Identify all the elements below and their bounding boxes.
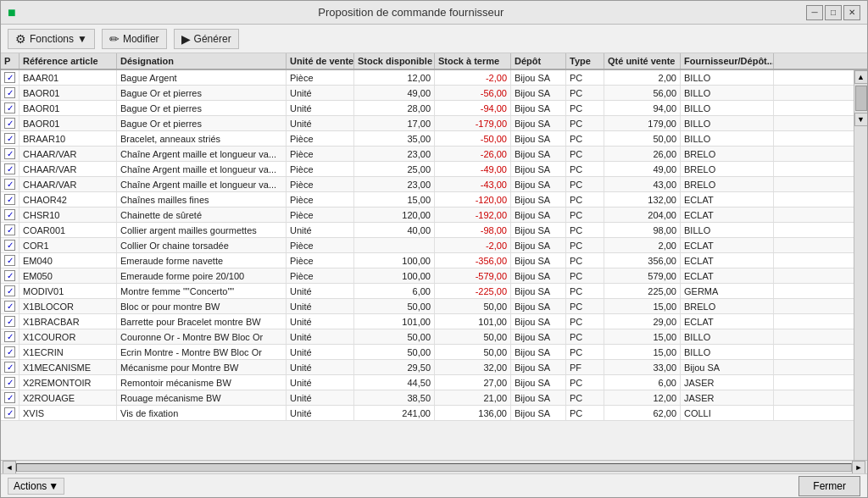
checkbox-2[interactable] bbox=[4, 102, 15, 113]
cell-check-1[interactable] bbox=[1, 86, 19, 100]
scroll-left-button[interactable]: ◄ bbox=[3, 461, 16, 474]
checkbox-3[interactable] bbox=[4, 118, 15, 129]
col-header-fourn[interactable]: Fournisseur/Dépôt... bbox=[681, 53, 774, 69]
table-row[interactable]: X2REMONTOIR Remontoir mécanisme BW Unité… bbox=[1, 375, 854, 390]
checkbox-15[interactable] bbox=[4, 301, 15, 312]
table-row[interactable]: XVIS Vis de fixation Unité 241,00 136,00… bbox=[1, 406, 854, 421]
col-header-type[interactable]: Type bbox=[566, 53, 604, 69]
cell-check-21[interactable] bbox=[1, 390, 19, 405]
generer-button[interactable]: ▶ Générer bbox=[174, 29, 239, 49]
cell-check-15[interactable] bbox=[1, 299, 19, 313]
close-main-button[interactable]: Fermer bbox=[798, 476, 860, 496]
table-row[interactable]: BAOR01 Bague Or et pierres Unité 28,00 -… bbox=[1, 101, 854, 116]
col-header-depot[interactable]: Dépôt bbox=[511, 53, 566, 69]
checkbox-9[interactable] bbox=[4, 209, 15, 220]
table-row[interactable]: X1COUROR Couronne Or - Montre BW Bloc Or… bbox=[1, 329, 854, 345]
table-row[interactable]: CHAAR/VAR Chaîne Argent maille et longue… bbox=[1, 177, 854, 192]
horizontal-scrollbar[interactable]: ◄ ► bbox=[1, 460, 867, 473]
cell-check-19[interactable] bbox=[1, 360, 19, 374]
checkbox-17[interactable] bbox=[4, 331, 15, 342]
vertical-scrollbar[interactable]: ▲ ▼ bbox=[854, 70, 867, 460]
checkbox-16[interactable] bbox=[4, 316, 15, 327]
checkbox-4[interactable] bbox=[4, 133, 15, 144]
cell-check-22[interactable] bbox=[1, 406, 19, 420]
col-header-design[interactable]: Désignation bbox=[117, 53, 287, 69]
table-row[interactable]: COAR001 Collier argent mailles gourmette… bbox=[1, 223, 854, 238]
table-row[interactable]: X2ROUAGE Rouage mécanisme BW Unité 38,50… bbox=[1, 390, 854, 406]
close-button[interactable]: ✕ bbox=[843, 5, 860, 20]
checkbox-5[interactable] bbox=[4, 148, 15, 159]
checkbox-11[interactable] bbox=[4, 240, 15, 251]
checkbox-0[interactable] bbox=[4, 72, 15, 83]
table-scroll[interactable]: BAAR01 Bague Argent Pièce 12,00 -2,00 Bi… bbox=[1, 70, 854, 460]
checkbox-22[interactable] bbox=[4, 407, 15, 418]
fonctions-button[interactable]: ⚙ Fonctions ▼ bbox=[8, 29, 95, 49]
checkbox-14[interactable] bbox=[4, 285, 15, 296]
cell-check-3[interactable] bbox=[1, 116, 19, 130]
checkbox-8[interactable] bbox=[4, 194, 15, 205]
cell-check-20[interactable] bbox=[1, 375, 19, 390]
cell-check-10[interactable] bbox=[1, 223, 19, 237]
checkbox-20[interactable] bbox=[4, 377, 15, 388]
modifier-button[interactable]: ✏ Modifier bbox=[102, 29, 167, 49]
cell-check-6[interactable] bbox=[1, 162, 19, 176]
scroll-thumb[interactable] bbox=[855, 86, 867, 111]
cell-check-16[interactable] bbox=[1, 314, 19, 329]
table-row[interactable]: CHAAR/VAR Chaîne Argent maille et longue… bbox=[1, 162, 854, 177]
maximize-button[interactable]: □ bbox=[825, 5, 842, 20]
cell-check-11[interactable] bbox=[1, 238, 19, 252]
table-row[interactable]: BAOR01 Bague Or et pierres Unité 17,00 -… bbox=[1, 116, 854, 131]
col-header-ref[interactable]: Référence article bbox=[19, 53, 117, 69]
table-row[interactable]: BAOR01 Bague Or et pierres Unité 49,00 -… bbox=[1, 86, 854, 101]
table-row[interactable]: COR1 Collier Or chaine torsadée Pièce -2… bbox=[1, 238, 854, 253]
table-row[interactable]: CHSR10 Chainette de sûreté Pièce 120,00 … bbox=[1, 208, 854, 223]
cell-check-17[interactable] bbox=[1, 329, 19, 344]
checkbox-12[interactable] bbox=[4, 255, 15, 266]
scroll-up-button[interactable]: ▲ bbox=[854, 70, 868, 84]
scroll-down-button[interactable]: ▼ bbox=[854, 113, 868, 126]
checkbox-13[interactable] bbox=[4, 270, 15, 281]
table-row[interactable]: X1ECRIN Ecrin Montre - Montre BW Bloc Or… bbox=[1, 345, 854, 360]
fonctions-dropdown-icon: ▼ bbox=[77, 33, 87, 45]
checkbox-6[interactable] bbox=[4, 163, 15, 174]
scroll-right-button[interactable]: ► bbox=[852, 461, 865, 474]
cell-check-13[interactable] bbox=[1, 268, 19, 283]
table-row[interactable]: X1MECANISME Mécanisme pour Montre BW Uni… bbox=[1, 360, 854, 375]
cell-qte-7: 43,00 bbox=[604, 177, 681, 191]
scrollbar-track[interactable] bbox=[16, 463, 852, 472]
table-row[interactable]: CHAAR/VAR Chaîne Argent maille et longue… bbox=[1, 147, 854, 162]
col-header-qte[interactable]: Qté unité vente bbox=[604, 53, 681, 69]
checkbox-10[interactable] bbox=[4, 224, 15, 235]
cell-check-5[interactable] bbox=[1, 147, 19, 161]
table-row[interactable]: MODIV01 Montre femme ""Concerto"" Unité … bbox=[1, 284, 854, 299]
cell-check-4[interactable] bbox=[1, 131, 19, 146]
table-row[interactable]: EM050 Emeraude forme poire 20/100 Pièce … bbox=[1, 268, 854, 284]
cell-type-8: PC bbox=[566, 192, 604, 207]
minimize-button[interactable]: ─ bbox=[806, 5, 823, 20]
cell-unite-4: Pièce bbox=[287, 131, 354, 146]
cell-check-0[interactable] bbox=[1, 70, 19, 85]
table-row[interactable]: X1BRACBAR Barrette pour Bracelet montre … bbox=[1, 314, 854, 329]
cell-check-7[interactable] bbox=[1, 177, 19, 191]
checkbox-19[interactable] bbox=[4, 362, 15, 373]
col-header-stock-terme[interactable]: Stock à terme bbox=[435, 53, 511, 69]
cell-check-8[interactable] bbox=[1, 192, 19, 207]
cell-check-2[interactable] bbox=[1, 101, 19, 115]
table-row[interactable]: BRAAR10 Bracelet, anneaux striés Pièce 3… bbox=[1, 131, 854, 147]
table-row[interactable]: BAAR01 Bague Argent Pièce 12,00 -2,00 Bi… bbox=[1, 70, 854, 86]
checkbox-1[interactable] bbox=[4, 87, 15, 98]
table-row[interactable]: CHAOR42 Chaînes mailles fines Pièce 15,0… bbox=[1, 192, 854, 208]
col-header-stock-dispo[interactable]: Stock disponible bbox=[354, 53, 435, 69]
generer-label: Générer bbox=[194, 33, 231, 45]
checkbox-7[interactable] bbox=[4, 179, 15, 190]
table-row[interactable]: EM040 Emeraude forme navette Pièce 100,0… bbox=[1, 253, 854, 268]
cell-check-14[interactable] bbox=[1, 284, 19, 298]
table-row[interactable]: X1BLOCOR Bloc or pour montre BW Unité 50… bbox=[1, 299, 854, 314]
cell-check-18[interactable] bbox=[1, 345, 19, 359]
checkbox-21[interactable] bbox=[4, 392, 15, 403]
cell-check-12[interactable] bbox=[1, 253, 19, 268]
checkbox-18[interactable] bbox=[4, 346, 15, 357]
col-header-unite[interactable]: Unité de vente bbox=[287, 53, 354, 69]
cell-check-9[interactable] bbox=[1, 208, 19, 222]
actions-button[interactable]: Actions ▼ bbox=[8, 478, 64, 495]
